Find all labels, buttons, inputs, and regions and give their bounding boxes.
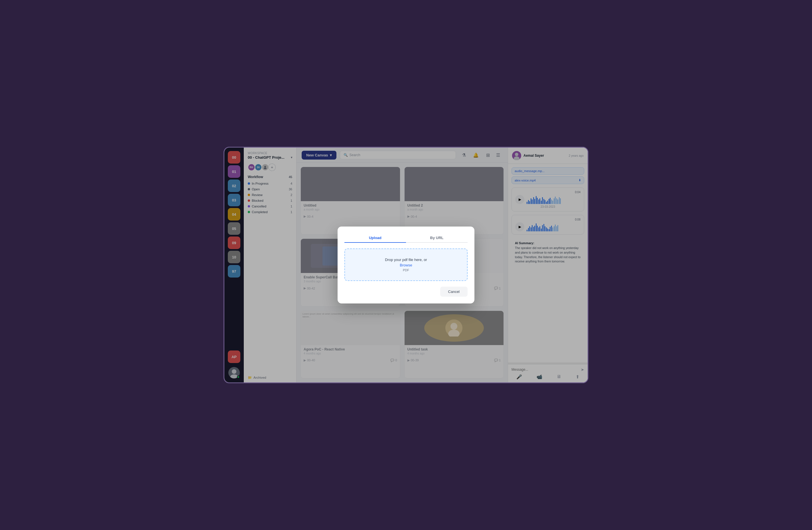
- modal-overlay: Upload By URL Drop your pdf file here, o…: [224, 148, 588, 382]
- browse-link[interactable]: Browse: [353, 263, 459, 267]
- drop-zone[interactable]: Drop your pdf file here, or Browse PDF: [344, 249, 468, 281]
- drop-text: Drop your pdf file here, or: [353, 257, 459, 262]
- tab-by-url[interactable]: By URL: [406, 233, 468, 243]
- modal-actions: Cancel: [344, 286, 468, 297]
- upload-modal: Upload By URL Drop your pdf file here, o…: [337, 226, 475, 304]
- modal-tabs: Upload By URL: [344, 233, 468, 243]
- tab-upload[interactable]: Upload: [344, 233, 406, 243]
- cancel-button[interactable]: Cancel: [440, 286, 468, 297]
- format-label: PDF: [353, 268, 459, 272]
